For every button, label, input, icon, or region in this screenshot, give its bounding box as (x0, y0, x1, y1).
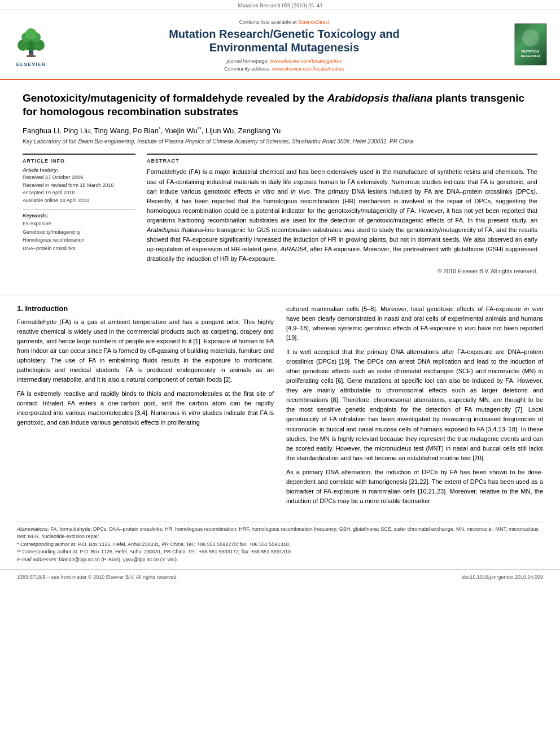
homepage-url[interactable]: www.elsevier.com/locate/gentox (270, 58, 342, 64)
accepted-date: Accepted 10 April 2010 (23, 189, 135, 197)
body-right-para-3: As a primary DNA alternation, the induct… (286, 468, 543, 506)
svg-rect-9 (27, 55, 36, 57)
sciencedirect-line: Contents lists available at ScienceDirec… (62, 19, 506, 25)
journal-links: journal homepage: www.elsevier.com/locat… (62, 57, 506, 73)
article-info-column: ARTICLE INFO Article history: Received 2… (23, 154, 135, 274)
journal-thumbnail: MUTATION RESEARCH (512, 16, 549, 73)
section1-title: 1. Introduction (17, 304, 274, 313)
journal-center: Contents lists available at ScienceDirec… (62, 16, 506, 73)
copyright-line: © 2010 Elsevier B.V. All rights reserved… (147, 268, 537, 274)
body-right-para-1: cultured mammalian cells [5–8]. Moreover… (286, 304, 543, 343)
email-wu[interactable]: yjwu@ipp.ac.cn (123, 557, 159, 562)
available-date: Available online 24 April 2010 (23, 197, 135, 205)
svg-point-7 (25, 28, 37, 40)
abstract-header: ABSTRACT (147, 158, 537, 164)
body-para-2: FA is extremely reactive and rapidly bin… (17, 389, 274, 427)
email-bian[interactable]: bianpo@ipp.ac.cn (59, 557, 100, 562)
info-abstract-columns: ARTICLE INFO Article history: Received 2… (23, 154, 537, 274)
cover-decoration (522, 29, 539, 46)
journal-bar: Mutation Research 699 (2010) 35–43 (0, 0, 560, 10)
abstract-section: ABSTRACT Formaldehyde (FA) is a major in… (147, 154, 537, 274)
footnotes-area: Abbreviations: FA, formaldehyde; DPCs, D… (17, 522, 543, 564)
elsevier-logo: ELSEVIER (6, 16, 56, 73)
history-group: Article history: Received 27 October 200… (23, 167, 135, 204)
received-date: Received 27 October 2009 (23, 174, 135, 182)
elsevier-text: ELSEVIER (16, 62, 46, 67)
section-divider (0, 295, 560, 295)
authors-line: Fanghua Li, Ping Liu, Ting Wang, Po Bian… (23, 126, 537, 135)
keyword-4: DNA–protein crosslinks (23, 244, 135, 252)
keyword-2: Genotoxicity/mutagenicity (23, 228, 135, 236)
history-label: Article history: (23, 167, 135, 173)
issn-line: 1383-5718/$ – see front matter © 2010 El… (17, 574, 178, 580)
elsevier-tree-icon (12, 21, 50, 60)
body-para-1: Formaldehyde (FA) is a gas at ambient te… (17, 317, 274, 385)
journal-title: Mutation Research/Genetic Toxicology and… (62, 27, 506, 54)
keyword-1: FA-exposure (23, 220, 135, 228)
journal-cover: MUTATION RESEARCH (514, 23, 547, 65)
abstract-column: ABSTRACT Formaldehyde (FA) is a major in… (147, 154, 537, 274)
corresponding2-line: ** Corresponding author at: P.O. Box 112… (17, 548, 543, 556)
keyword-3: Homologous recombination (23, 236, 135, 244)
body-right-column: cultured mammalian cells [5–8]. Moreover… (286, 304, 543, 510)
community-url[interactable]: www.elsevier.com/locate/mutres (272, 66, 344, 72)
body-columns: 1. Introduction Formaldehyde (FA) is a g… (0, 304, 560, 522)
revised-date: Received in revised form 18 March 2010 (23, 182, 135, 190)
affiliation: Key Laboratory of Ion Beam Bio-engineeri… (23, 138, 537, 145)
sciencedirect-link[interactable]: ScienceDirect (298, 19, 330, 25)
abbreviations-line: Abbreviations: FA, formaldehyde; DPCs, D… (17, 526, 543, 541)
journal-citation: Mutation Research 699 (2010) 35–43 (238, 2, 322, 8)
email-line: E-mail addresses: bianpo@ipp.ac.cn (P. B… (17, 556, 543, 564)
doi-line: doi:10.1016/j.mrgentox.2010.04.009 (462, 574, 543, 580)
page: Mutation Research 699 (2010) 35–43 ELSEV… (0, 0, 560, 747)
article-content: Genotoxicity/mutagenicity of formaldehyd… (0, 80, 560, 286)
article-info-section: ARTICLE INFO Article history: Received 2… (23, 154, 135, 252)
corresponding1-line: * Corresponding author at: P.O. Box 1126… (17, 541, 543, 549)
body-right-para-2: It is well accepted that the primary DNA… (286, 347, 543, 463)
keywords-label: Keywords: (23, 213, 135, 219)
keywords-section: Keywords: FA-exposure Genotoxicity/mutag… (23, 209, 135, 252)
article-info-header: ARTICLE INFO (23, 158, 135, 164)
header-area: ELSEVIER Contents lists available at Sci… (0, 10, 560, 80)
bottom-bar: 1383-5718/$ – see front matter © 2010 El… (0, 569, 560, 584)
body-left-column: 1. Introduction Formaldehyde (FA) is a g… (17, 304, 274, 510)
abstract-text: Formaldehyde (FA) is a major industrial … (147, 167, 537, 263)
cover-label: MUTATION RESEARCH (515, 49, 546, 60)
article-title: Genotoxicity/mutagenicity of formaldehyd… (23, 91, 537, 119)
